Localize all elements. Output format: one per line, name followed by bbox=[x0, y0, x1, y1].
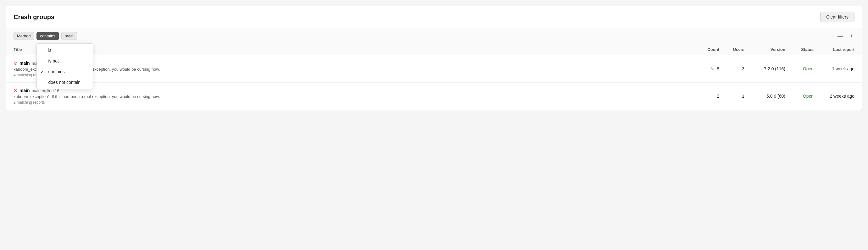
remove-filter-button[interactable]: — bbox=[836, 33, 844, 40]
filter-option-does-not-contain-label: does not contain bbox=[48, 80, 81, 85]
cell-count: 2 bbox=[691, 94, 719, 99]
cell-status: Open bbox=[785, 66, 814, 71]
add-filter-button[interactable]: + bbox=[848, 33, 855, 40]
filter-option-is-not-label: is not bbox=[48, 59, 59, 64]
filter-value-tag[interactable]: main bbox=[61, 32, 77, 40]
table-row[interactable]: ⊘ main main.m, line 16 kaboom_exception*… bbox=[6, 55, 862, 82]
cell-count: 8 bbox=[717, 66, 719, 71]
cell-users: 3 bbox=[719, 66, 744, 71]
crash-method: main bbox=[20, 88, 30, 93]
count-area: ✎ 8 bbox=[691, 66, 719, 72]
cell-version: 5.0.0 (60) bbox=[744, 94, 785, 99]
th-count: Count bbox=[691, 47, 719, 52]
filter-option-does-not-contain[interactable]: does not contain bbox=[37, 77, 93, 87]
table-row[interactable]: ⊘ main main.m, line 16 kaboom_exception*… bbox=[6, 82, 862, 110]
cell-last-report: 2 weeks ago bbox=[814, 94, 855, 99]
filter-option-is[interactable]: is bbox=[37, 45, 93, 56]
crash-title-area: ⊘ main main.m, line 16 kaboom_exception*… bbox=[13, 87, 691, 105]
th-last-report: Last report bbox=[814, 47, 855, 52]
filter-bar: Method contains is is not ✓ contains bbox=[6, 28, 862, 44]
filter-option-contains-label: contains bbox=[48, 69, 64, 74]
cell-status: Open bbox=[785, 94, 814, 99]
crash-title-area: ⊘ main main.m, line 16 kaboom_exception*… bbox=[13, 60, 691, 77]
crash-title-line: ⊘ main main.m, line 16 bbox=[13, 87, 691, 93]
crash-error-icon: ⊘ bbox=[13, 60, 18, 66]
page-header: Crash groups Clear filters bbox=[6, 6, 862, 28]
filter-option-is-label: is bbox=[48, 48, 51, 53]
table-header: Title Count Users Version Status Last re… bbox=[6, 44, 862, 55]
crash-method: main bbox=[20, 61, 30, 66]
crash-title-line: ⊘ main main.m, line 16 bbox=[13, 60, 691, 66]
filter-actions: — + bbox=[836, 33, 855, 40]
filter-option-contains[interactable]: ✓ contains bbox=[37, 66, 93, 77]
filter-method-tag[interactable]: Method bbox=[13, 32, 34, 40]
clear-filters-button[interactable]: Clear filters bbox=[820, 12, 855, 22]
checkmark-icon: ✓ bbox=[40, 69, 44, 74]
page-title: Crash groups bbox=[13, 13, 54, 21]
filter-operator-menu: is is not ✓ contains does not contain bbox=[36, 43, 93, 89]
filter-contains-tag[interactable]: contains bbox=[36, 32, 59, 40]
crash-reports-count: 4 matching reports bbox=[13, 73, 691, 77]
th-title: Title bbox=[13, 47, 691, 52]
filter-option-is-not[interactable]: is not bbox=[37, 56, 93, 66]
edit-icon[interactable]: ✎ bbox=[710, 66, 714, 72]
crash-error-icon: ⊘ bbox=[13, 87, 18, 93]
cell-version: 7.2.0 (116) bbox=[744, 66, 785, 71]
crash-description: kaboom_exception*: If this had been a re… bbox=[13, 67, 691, 72]
th-version: Version bbox=[744, 47, 785, 52]
crash-reports-count: 2 matching reports bbox=[13, 100, 691, 105]
cell-users: 1 bbox=[719, 94, 744, 99]
crash-description: kaboom_exception*: If this had been a re… bbox=[13, 94, 691, 99]
th-status: Status bbox=[785, 47, 814, 52]
filter-contains-dropdown[interactable]: contains is is not ✓ contains does not c… bbox=[36, 32, 59, 40]
cell-last-report: 1 week ago bbox=[814, 66, 855, 71]
th-users: Users bbox=[719, 47, 744, 52]
